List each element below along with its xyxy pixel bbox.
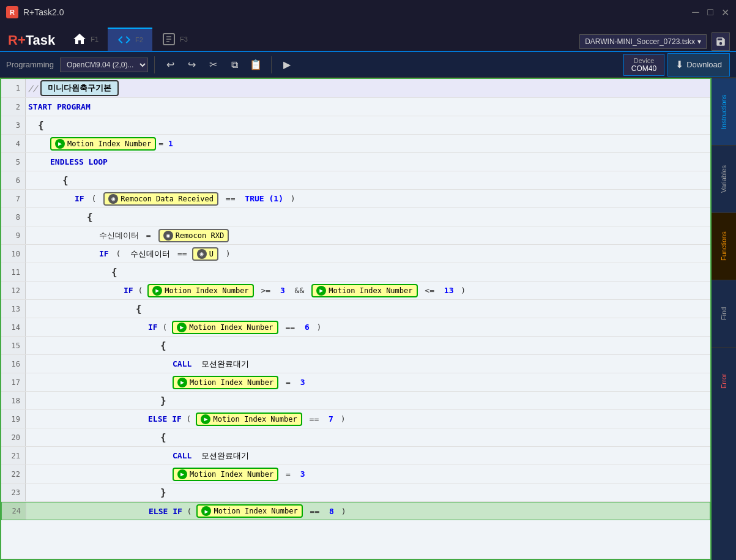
app-icon: R	[6, 6, 18, 18]
brace-close-2: }	[160, 487, 166, 498]
line-content: IF ( ▶ Motion Index Number == 6 )	[26, 319, 710, 335]
table-row: 15 {	[1, 337, 710, 355]
save-icon	[715, 36, 726, 47]
play-icon-2: ▶	[316, 286, 326, 296]
sidebar-find[interactable]: Find	[712, 280, 736, 347]
table-row: 9 수신데이터 = ◉ Remocon RXD	[1, 226, 710, 245]
motion-index-label-6: Motion Index Number	[190, 470, 273, 479]
cut-button[interactable]: ✂	[204, 56, 222, 74]
line-content: {	[26, 118, 710, 132]
tab-programming[interactable]: F2	[108, 28, 152, 51]
val-7: 7	[324, 414, 333, 424]
tab-debugging[interactable]: F3	[152, 28, 197, 51]
line-content: IF ( ▶ Motion Index Number >= 3 && ▶ Mot…	[26, 283, 710, 299]
table-row: 20 {	[1, 428, 710, 447]
eq-op2: ==	[177, 249, 187, 258]
line-number: 20	[1, 428, 26, 446]
minimize-button[interactable]: ─	[691, 7, 701, 17]
sidebar-variables[interactable]: Variables	[712, 145, 736, 212]
table-row: 12 IF ( ▶ Motion Index Number >= 3 && ▶ …	[1, 282, 710, 300]
else-if-keyword-2: ELSE IF	[149, 507, 182, 516]
play-icon-4: ▶	[177, 378, 187, 387]
tab-home[interactable]: F1	[63, 28, 108, 51]
line-number: 22	[1, 465, 26, 483]
download-label: Download	[686, 60, 722, 69]
if-keyword: IF	[148, 323, 158, 332]
brace-open: {	[160, 431, 166, 443]
line-number: 3	[1, 116, 26, 134]
line-number: 11	[1, 263, 26, 281]
val-13: 13	[439, 286, 453, 295]
remocon-rxd-tag[interactable]: ◉ Remocon RXD	[158, 229, 229, 242]
paren-open: (	[158, 323, 168, 332]
paste-button[interactable]: 📋	[247, 56, 265, 74]
line-number: 17	[1, 373, 26, 391]
motion-index-label-2: Motion Index Number	[329, 286, 412, 295]
undo-button[interactable]: ↩	[161, 56, 179, 74]
line-number: 12	[1, 282, 26, 299]
line-content: START PROGRAM	[26, 101, 710, 113]
motion-index-tag-3[interactable]: ▶ Motion Index Number	[172, 321, 278, 334]
motion-index-tag-7[interactable]: ▶ Motion Index Number	[196, 504, 302, 518]
line-number: 14	[1, 318, 26, 336]
window-controls: ─ □ ✕	[691, 7, 730, 17]
file-name-button[interactable]: DARWIN-MINI_Soccer_0723.tskx ▾	[579, 34, 707, 49]
motion-index-tag-5[interactable]: ▶ Motion Index Number	[196, 413, 302, 426]
table-row: 21 CALL 모션완료대기	[1, 447, 710, 465]
remocon-data-tag[interactable]: ◉ Remocon Data Received	[103, 192, 218, 206]
play-icon: ▶	[152, 286, 162, 296]
line-content: CALL 모션완료대기	[26, 449, 710, 463]
sidebar-error[interactable]: Error	[712, 347, 736, 414]
line-content: ELSE IF ( ▶ Motion Index Number == 8 )	[26, 503, 710, 519]
play-icon-7: ▶	[201, 506, 211, 516]
line-content: {	[26, 302, 710, 316]
motion-index-tag-6[interactable]: ▶ Motion Index Number	[173, 468, 278, 481]
paren-open5: (	[182, 414, 191, 424]
line-number: 4	[1, 135, 26, 152]
line-content: 수신데이터 = ◉ Remocon RXD	[26, 228, 710, 244]
gte-op: >=	[256, 286, 270, 295]
val-6: 6	[300, 323, 310, 332]
motion-index-tag-1[interactable]: ▶ Motion Index Number	[147, 284, 253, 297]
u-icon: ◉	[197, 249, 207, 259]
redo-button[interactable]: ↪	[182, 56, 201, 74]
table-row: 14 IF ( ▶ Motion Index Number == 6 )	[1, 318, 710, 337]
device-info[interactable]: Device COM40	[623, 54, 664, 76]
line-number: 10	[1, 245, 26, 263]
motion-index-tag[interactable]: ▶ Motion Index Number	[50, 137, 156, 151]
play-icon-6: ▶	[177, 469, 187, 479]
line-number: 19	[1, 410, 26, 428]
if-keyword: IF	[124, 286, 133, 295]
maximize-button[interactable]: □	[705, 7, 715, 17]
table-row: 17 ▶ Motion Index Number = 3	[1, 373, 710, 392]
line-number: 5	[1, 153, 26, 171]
line-content: ▶ Motion Index Number = 1	[26, 136, 710, 152]
table-row: 5 ENDLESS LOOP	[1, 153, 710, 171]
sidebar-instructions[interactable]: Instructions	[712, 78, 736, 145]
device-select[interactable]: OpenCM9.04 (2,0)...	[60, 58, 148, 72]
sidebar-functions[interactable]: Functions	[712, 212, 736, 280]
motion-index-tag-4[interactable]: ▶ Motion Index Number	[173, 376, 278, 389]
save-button[interactable]	[712, 32, 730, 51]
and-op: &&	[290, 286, 304, 295]
line-content: ELSE IF ( ▶ Motion Index Number == 7 )	[26, 411, 710, 427]
table-row: 6 {	[1, 171, 710, 190]
brace-open: {	[160, 340, 166, 351]
download-button[interactable]: ⬇ Download	[667, 53, 730, 77]
find-label: Find	[720, 307, 727, 320]
func-name-1: 모션완료대기	[191, 359, 249, 370]
line-content: {	[26, 265, 710, 279]
line-content: IF ( 수신데이터 == ◉ U )	[26, 246, 710, 262]
code-editor[interactable]: 1 // 미니다원축구기본 2 START PROGRAM 3 { 4	[0, 78, 712, 560]
recv-var: 수신데이터	[99, 230, 139, 241]
copy-button[interactable]: ⧉	[225, 56, 243, 74]
u-tag[interactable]: ◉ U	[192, 247, 218, 261]
line-number: 21	[1, 447, 26, 465]
right-sidebar: Instructions Variables Functions Find Er…	[712, 78, 736, 560]
table-row: 11 {	[1, 263, 710, 282]
close-button[interactable]: ✕	[720, 7, 730, 17]
line-number: 23	[1, 483, 26, 501]
paren-close: )	[286, 194, 296, 203]
run-button[interactable]: ▶	[278, 56, 296, 74]
motion-index-tag-2[interactable]: ▶ Motion Index Number	[311, 284, 417, 297]
